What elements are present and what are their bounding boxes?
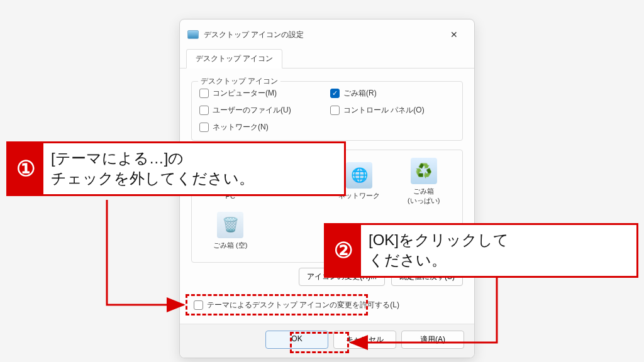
checkbox-label: ネットワーク(N) (213, 122, 269, 133)
theme-allow-label: テーマによるデスクトップ アイコンの変更を許可する(L) (207, 300, 399, 310)
recycle-full-icon: ♻️ (411, 158, 437, 184)
title-bar: デスクトップ アイコンの設定 ✕ (180, 19, 474, 48)
checkbox-icon (194, 300, 203, 310)
desktop-icons-group: デスクトップ アイコン コンピューター(M) ごみ箱(R) ユーザーのファイル(… (191, 81, 463, 141)
checkbox-label: ユーザーのファイル(U) (213, 105, 291, 116)
checkbox-label: ごみ箱(R) (343, 88, 377, 99)
preview-label: ごみ箱 (空) (213, 241, 247, 250)
annotation-step1: ① [テーマによる…]の チェックを外してください。 (6, 141, 346, 196)
cancel-button[interactable]: キャンセル (333, 331, 396, 349)
ok-button[interactable]: OK (265, 331, 328, 349)
annotation-text: [テーマによる…]の チェックを外してください。 (43, 143, 263, 194)
checkbox-recycle[interactable]: ごみ箱(R) (330, 88, 455, 99)
checkbox-icon (330, 106, 340, 115)
checkbox-label: コントロール パネル(O) (343, 105, 425, 116)
checkbox-icon (199, 106, 209, 115)
recycle-empty-icon: 🗑️ (217, 212, 243, 238)
preview-recycle-full[interactable]: ♻️ ごみ箱 (いっぱい) (408, 158, 440, 206)
close-button[interactable]: ✕ (441, 26, 467, 43)
network-icon: 🌐 (346, 162, 372, 189)
preview-recycle-empty[interactable]: 🗑️ ごみ箱 (空) (213, 212, 247, 250)
checkbox-icon (199, 89, 209, 98)
tab-strip: デスクトップ アイコン (180, 48, 474, 69)
dialog-footer: OK キャンセル 適用(A) (180, 324, 474, 358)
checkbox-network[interactable]: ネットワーク(N) (199, 122, 324, 133)
step-number-badge: ① (8, 143, 43, 194)
group-title: デスクトップ アイコン (198, 76, 280, 87)
tab-desktop-icons[interactable]: デスクトップ アイコン (186, 49, 282, 69)
step-number-badge: ② (326, 225, 361, 276)
checkbox-userfiles[interactable]: ユーザーのファイル(U) (199, 105, 324, 116)
checkbox-icon (199, 123, 209, 132)
checkbox-icon (330, 89, 340, 98)
checkbox-label: コンピューター(M) (213, 88, 277, 99)
dialog-title: デスクトップ アイコンの設定 (204, 30, 441, 40)
display-settings-icon (187, 30, 199, 39)
theme-allow-checkbox[interactable]: テーマによるデスクトップ アイコンの変更を許可する(L) (191, 296, 463, 314)
checkbox-controlpanel[interactable]: コントロール パネル(O) (330, 105, 455, 116)
preview-label: ごみ箱 (いっぱい) (408, 187, 440, 206)
annotation-step2: ② [OK]をクリックして ください。 (324, 223, 638, 278)
annotation-text: [OK]をクリックして ください。 (361, 225, 518, 276)
apply-button[interactable]: 適用(A) (401, 331, 464, 349)
checkbox-computer[interactable]: コンピューター(M) (199, 88, 324, 99)
